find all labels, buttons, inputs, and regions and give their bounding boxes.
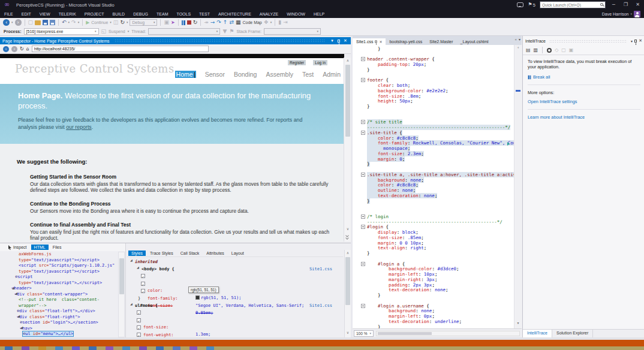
nav-item-admin[interactable]: Admin [323, 71, 341, 78]
indent-icon[interactable]: ⇥ [283, 20, 288, 25]
expanded-arrow-icon[interactable]: ◢ [17, 315, 20, 318]
menu-view[interactable]: VIEW [35, 10, 55, 18]
continue-button[interactable]: Continue [91, 20, 108, 25]
scroll-up-icon[interactable]: ∧ [345, 251, 350, 255]
expanded-arrow-icon[interactable]: ◢ [15, 292, 17, 295]
register-button[interactable]: Register [288, 60, 306, 65]
html-tree[interactable]: axWebForms.jstype="text/javascript"></sc… [5, 252, 118, 337]
taskbar-icon[interactable] [122, 346, 130, 350]
step-out-button[interactable]: ↑ [223, 20, 228, 25]
url-input[interactable] [32, 46, 208, 52]
taskbar-icon[interactable] [173, 346, 180, 350]
scroll-down-icon[interactable]: ∨ [345, 227, 350, 231]
editor-tab-bootstrap-yeti-css[interactable]: bootstrap-yeti.css [386, 38, 426, 45]
scroll-down-icon[interactable]: ∨ [345, 331, 350, 334]
tab-trace-styles[interactable]: Trace Styles [147, 251, 176, 256]
bookmark-icon[interactable]: ▮ [278, 20, 281, 25]
menu-build[interactable]: BUILD [109, 10, 130, 18]
events-view-icon[interactable]: ▤ [526, 48, 531, 53]
suspend-button[interactable]: Suspend [109, 29, 125, 34]
refresh-icon[interactable]: ↻ [20, 47, 24, 52]
code-map-button[interactable]: Code Map [242, 20, 261, 25]
undo-button[interactable]: ↶ [62, 20, 67, 25]
taskbar-icon[interactable] [139, 346, 147, 350]
menu-telerik[interactable]: TELERIK [55, 10, 80, 18]
restart-button[interactable]: ↻ [120, 20, 125, 25]
taskbar-icon[interactable] [89, 346, 97, 350]
browser-back-button[interactable]: ‹ [3, 46, 9, 52]
pin-icon[interactable] [634, 40, 637, 43]
redo-button[interactable]: ↷ [71, 20, 76, 25]
open-file-button[interactable] [35, 20, 41, 25]
property-checkbox[interactable]: ✓ [141, 282, 145, 286]
expanded-arrow-icon[interactable]: ◢ [20, 326, 23, 330]
tree-node[interactable]: ◢<nav> [5, 326, 118, 332]
notifications-flag[interactable]: ⚑ 5 [528, 2, 535, 8]
break-all-link[interactable]: Break all [533, 74, 550, 80]
tab-list-icon[interactable]: ▾ [519, 38, 520, 41]
rendered-page[interactable]: Perceptive Control Systems Register Log … [0, 58, 344, 242]
tree-node[interactable]: ◢<div class="float-right"> [5, 315, 118, 321]
html-tree-scrollbar[interactable] [118, 252, 125, 337]
flag-filter-icon[interactable]: ⚑ [229, 29, 234, 34]
styles-rows[interactable]: ◢inherited◢<body> body {Site1.css ✓ colo… [128, 258, 339, 337]
close-panel-icon[interactable]: ✕ [639, 39, 642, 43]
tree-node[interactable]: ◢<header> [5, 286, 118, 292]
taskbar-icon[interactable] [156, 346, 164, 350]
taskbar-icon[interactable] [38, 346, 46, 350]
styles-rule[interactable]: ◢<body> body {Site1.css [128, 265, 339, 273]
navigate-back-button[interactable]: ‹ [3, 19, 10, 26]
nav-item-bonding[interactable]: Bonding [234, 71, 257, 78]
editor-tab-site1-css[interactable]: Site1.css✕ [353, 38, 386, 45]
expand-chevron-icon[interactable] [345, 234, 350, 240]
pin-icon[interactable] [338, 40, 340, 43]
process-dropdown[interactable]: [516] iisexpress.exe▾ [24, 28, 99, 35]
tree-node[interactable]: ▷<div class="float-left">…</div> [5, 309, 118, 315]
tab-inspect[interactable]: Inspect [5, 245, 30, 251]
tree-node[interactable]: type="text/javascript"></script> [5, 258, 118, 264]
windows-taskbar[interactable] [0, 346, 644, 350]
menu-architecture[interactable]: ARCHITECTURE [214, 10, 255, 18]
stylesheet-link[interactable]: Site1.css [309, 302, 332, 309]
pin-tab-icon[interactable] [375, 41, 377, 43]
tab-files[interactable]: Files [50, 245, 65, 250]
tab-html[interactable]: HTML [31, 245, 49, 250]
home-icon[interactable]: ⌂ [26, 47, 29, 52]
close-tab-icon[interactable]: ✕ [379, 40, 382, 44]
user-account[interactable]: Dave Harrison ▾ [602, 10, 640, 18]
fold-marker-icon[interactable] [361, 225, 365, 229]
quick-launch[interactable] [540, 1, 606, 8]
tree-node[interactable]: type="text/javascript">…</script> [5, 280, 118, 286]
minimize-button[interactable]: ─ [610, 2, 618, 7]
our-reports-link[interactable]: our reports [66, 124, 92, 130]
site-brand[interactable]: Perceptive Control Systems [15, 62, 174, 75]
splitter-grip-icon[interactable]: ＋ [516, 46, 520, 49]
tree-node[interactable]: <!--put it here class="content- [5, 297, 118, 303]
gear-icon[interactable] [547, 48, 552, 53]
scroll-thumb[interactable] [345, 65, 350, 137]
navigate-back-dropdown[interactable]: ▾ [11, 21, 13, 24]
taskbar-icon[interactable] [189, 346, 197, 350]
quick-launch-input[interactable] [542, 2, 598, 8]
taskbar-icon[interactable] [22, 346, 29, 350]
property-checkbox[interactable]: ✓ [137, 325, 141, 330]
stylesheet-link[interactable]: Site1.css [309, 265, 332, 273]
intellitrace-learn-link[interactable]: Learn more about IntelliTrace [528, 114, 585, 120]
taskbar-icon[interactable] [206, 346, 214, 350]
login-button[interactable]: Log in [313, 60, 327, 65]
save-all-button[interactable] [50, 20, 55, 25]
expanded-arrow-icon[interactable]: ◢ [12, 286, 14, 290]
swap-icon[interactable]: ⇄ [229, 20, 234, 25]
collapsed-arrow-icon[interactable]: ▷ [23, 332, 26, 336]
break-all-button[interactable] [182, 20, 185, 25]
close-panel-icon[interactable]: ✕ [342, 39, 348, 43]
breakpoints-button[interactable]: ▣ [164, 20, 169, 25]
save-button[interactable] [43, 20, 48, 25]
taskbar-icon[interactable] [106, 346, 113, 350]
styles-scrollbar[interactable]: ∧ ∨ [344, 250, 351, 337]
editor-scrollbar[interactable]: ＋ ▾ [514, 45, 522, 328]
styles-section[interactable]: ◢inherited [128, 258, 339, 265]
intellitrace-titlebar[interactable]: IntelliTrace ▾ ✕ [523, 37, 644, 45]
extra-tools-icon[interactable]: ❖ [264, 20, 269, 25]
menu-test[interactable]: TEST [195, 10, 214, 18]
